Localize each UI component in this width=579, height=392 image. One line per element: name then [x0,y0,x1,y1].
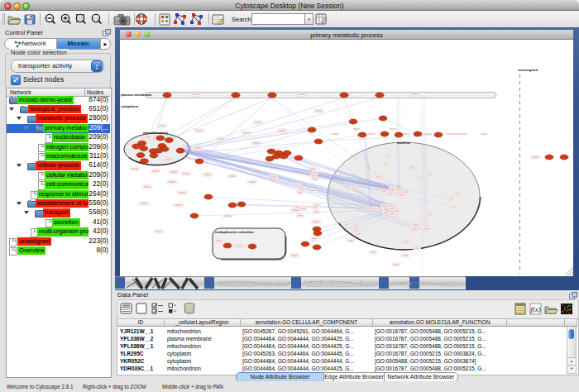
svg-text:cytoplasm: cytoplasm [121,104,138,108]
svg-text:f(x): f(x) [530,305,541,313]
svg-text:nucleus: nucleus [397,141,411,145]
svg-text:plasma membrane: plasma membrane [121,93,152,97]
svg-text:1:1: 1:1 [93,17,98,21]
svg-text:endoplasmic reticulum: endoplasmic reticulum [215,230,254,234]
svg-text:unassigned: unassigned [518,68,538,72]
svg-text:mitochondrion: mitochondrion [143,131,168,135]
